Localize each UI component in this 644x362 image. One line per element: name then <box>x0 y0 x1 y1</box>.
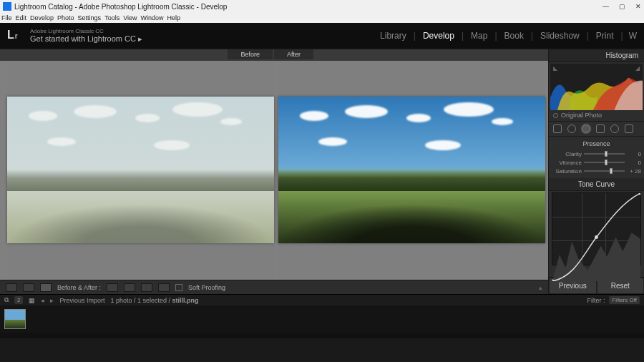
clarity-slider[interactable]: Clarity 0 <box>552 150 641 158</box>
before-photo <box>7 97 274 243</box>
lightroom-logo: Lr <box>7 29 23 43</box>
svg-point-2 <box>639 193 640 195</box>
menu-settings[interactable]: Settings <box>78 14 102 21</box>
ba-layout-split-v-button[interactable] <box>158 283 170 292</box>
filmstrip-thumbnail[interactable] <box>4 309 26 329</box>
menu-develop[interactable]: Develop <box>30 14 54 21</box>
second-monitor-icon[interactable]: ⧉ <box>4 296 9 304</box>
tone-curve-svg <box>552 193 640 281</box>
before-label: Before <box>228 49 273 59</box>
menu-help[interactable]: Help <box>167 14 181 21</box>
compare-view: Before After <box>0 49 548 294</box>
grad-filter-tool[interactable] <box>596 124 605 133</box>
before-after-view-button[interactable] <box>40 283 52 292</box>
right-panel: Histogram ◣ ◢ Original Photo Presence <box>548 49 644 294</box>
horizontal-scrollbar[interactable] <box>0 333 644 338</box>
tone-curve-panel: Channel : RGB <box>549 191 644 277</box>
original-photo-label: Original Photo <box>561 112 602 119</box>
menu-photo[interactable]: Photo <box>57 14 74 21</box>
app-icon <box>3 2 11 11</box>
nav-fwd-icon[interactable]: ▸ <box>50 297 54 304</box>
grid-icon[interactable]: ▦ <box>29 297 35 304</box>
tone-curve-header[interactable]: Tone Curve <box>549 178 644 191</box>
histogram[interactable]: ◣ ◢ <box>550 64 643 109</box>
soft-proofing-label: Soft Proofing <box>188 284 225 291</box>
crop-tool[interactable] <box>553 124 562 133</box>
window-title: Lightroom Catalog - Adobe Photoshop Ligh… <box>14 3 602 11</box>
original-photo-row[interactable]: Original Photo <box>549 109 644 122</box>
local-adjust-toolstrip <box>549 122 644 137</box>
module-overflow[interactable]: W <box>629 31 637 41</box>
histogram-header[interactable]: Histogram <box>549 49 644 62</box>
menu-tools[interactable]: Tools <box>104 14 119 21</box>
filmstrip-count-badge[interactable]: 2 <box>14 296 23 304</box>
svg-point-1 <box>595 235 598 239</box>
saturation-slider[interactable]: Saturation + 28 <box>552 167 641 175</box>
redeye-tool[interactable] <box>582 124 590 133</box>
filter-dropdown[interactable]: Filters Off <box>609 296 640 304</box>
window-close-button[interactable]: ✕ <box>635 3 641 10</box>
window-minimize-button[interactable]: — <box>602 3 609 10</box>
histogram-svg <box>550 64 643 110</box>
tone-curve-graph[interactable] <box>552 192 641 265</box>
spot-tool[interactable] <box>567 124 576 133</box>
module-library[interactable]: Library <box>379 31 408 41</box>
ba-layout-split-h-button[interactable] <box>141 283 152 292</box>
filmstrip-header: ⧉ 2 ▦ ◂ ▸ Previous Import 1 photo / 1 se… <box>0 294 644 305</box>
before-after-label: Before & After : <box>57 284 101 291</box>
original-photo-toggle-icon[interactable] <box>553 113 558 118</box>
module-develop[interactable]: Develop <box>421 31 456 41</box>
module-picker: Library| Develop| Map| Book| Slideshow| … <box>379 23 637 49</box>
product-line: Adobe Lightroom Classic CC <box>30 29 142 35</box>
ba-layout-lr-button[interactable] <box>107 283 118 292</box>
window-title-bar: Lightroom Catalog - Adobe Photoshop Ligh… <box>0 0 644 13</box>
after-pane[interactable] <box>278 62 545 277</box>
lightroom-header: Lr Adobe Lightroom Classic CC Get starte… <box>0 23 644 49</box>
menu-file[interactable]: File <box>1 14 12 21</box>
vibrance-slider[interactable]: Vibrance 0 <box>552 158 641 167</box>
after-photo <box>278 97 545 243</box>
module-slideshow[interactable]: Slideshow <box>539 31 581 41</box>
module-print[interactable]: Print <box>595 31 615 41</box>
presence-header: Presence <box>549 137 644 150</box>
module-map[interactable]: Map <box>469 31 489 41</box>
module-book[interactable]: Book <box>503 31 525 41</box>
brush-tool[interactable] <box>625 124 633 133</box>
develop-toolbar: Before & After : Soft Proofing ▴ <box>0 280 548 294</box>
before-pane[interactable] <box>7 62 274 277</box>
menu-view[interactable]: View <box>123 14 137 21</box>
menu-bar: File Edit Develop Photo Settings Tools V… <box>0 13 644 23</box>
filmstrip[interactable] <box>0 305 644 333</box>
compare-view-button[interactable] <box>23 283 34 292</box>
filter-label: Filter : <box>587 297 605 304</box>
toolbar-collapse-icon[interactable]: ▴ <box>539 284 542 291</box>
soft-proofing-checkbox[interactable] <box>175 284 182 291</box>
radial-filter-tool[interactable] <box>610 124 619 133</box>
get-started-link[interactable]: Get started with Lightroom CC ▸ <box>30 34 142 43</box>
filename: stilll.png <box>172 297 199 304</box>
menu-window[interactable]: Window <box>141 14 164 21</box>
source-label[interactable]: Previous Import <box>59 297 104 304</box>
loupe-view-button[interactable] <box>6 283 17 292</box>
selection-info: 1 photo / 1 selected / stilll.png <box>110 297 198 304</box>
menu-edit[interactable]: Edit <box>16 14 27 21</box>
after-label: After <box>274 49 313 59</box>
ba-layout-tb-button[interactable] <box>124 283 135 292</box>
window-maximize-button[interactable]: ▢ <box>619 3 625 10</box>
nav-back-icon[interactable]: ◂ <box>41 297 44 304</box>
work-area: Before After <box>0 49 644 294</box>
presence-sliders: Clarity 0 Vibrance 0 Saturation + 28 <box>549 150 644 178</box>
